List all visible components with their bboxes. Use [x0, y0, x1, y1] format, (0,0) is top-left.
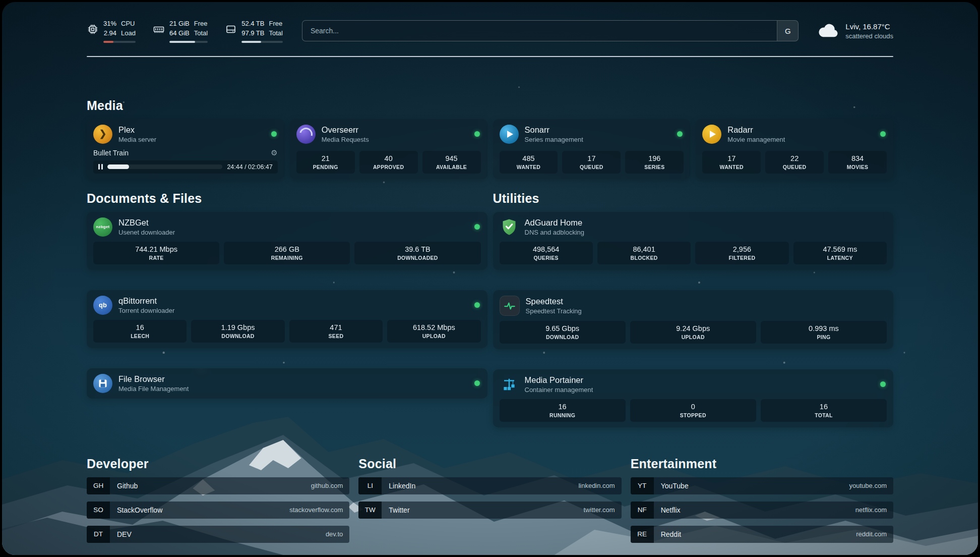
bookmark-url: stackoverflow.com	[289, 506, 343, 514]
bookmark-abbr: YT	[631, 477, 654, 494]
qbittorrent-icon: qb	[93, 296, 112, 315]
now-playing: Bullet Train ⚙ 24:44 / 02:06:47	[93, 149, 278, 174]
app-name: Plex	[118, 125, 265, 135]
bookmark-abbr: NF	[631, 502, 654, 519]
bookmark-twitter[interactable]: TW Twitter twitter.com	[358, 502, 621, 519]
stat-box: 744.21 Mbps RATE	[93, 242, 219, 264]
pause-icon[interactable]	[98, 164, 103, 170]
bookmark-abbr: SO	[87, 502, 110, 519]
app-name: AdGuard Home	[525, 218, 887, 228]
app-name: Speedtest	[526, 297, 887, 306]
bookmark-url: linkedin.com	[578, 482, 615, 489]
stat-box: 9.65 Gbps DOWNLOAD	[500, 321, 626, 344]
stat-box: 196 SERIES	[625, 151, 684, 174]
memory-usage-bar	[169, 41, 208, 43]
app-card-overseerr[interactable]: Overseerr Media Requests 21 PENDING 40 A…	[290, 119, 487, 179]
stat-box: 16 TOTAL	[761, 399, 887, 422]
system-metrics: 31% 2.94 CPU Load	[87, 19, 283, 43]
disk-free-value: 52.4 TB	[241, 19, 264, 29]
cpu-icon	[87, 23, 99, 35]
bookmark-group-title: Entertainment	[631, 457, 893, 471]
bookmark-name: Github	[117, 482, 138, 490]
bookmark-stackoverflow[interactable]: SO StackOverflow stackoverflow.com	[87, 502, 349, 519]
topbar: 31% 2.94 CPU Load	[87, 19, 893, 43]
section-files: Documents & Files nzbget NZBGet Usenet d…	[87, 191, 487, 399]
app-card-plex[interactable]: ❯ Plex Media server Bullet Train ⚙	[87, 119, 284, 179]
app-name: Media Portainer	[525, 375, 875, 385]
memory-total-value: 64 GiB	[169, 29, 190, 38]
stat-box: 834 MOVIES	[828, 151, 887, 174]
app-name: Radarr	[727, 125, 874, 135]
stat-box: 40 APPROVED	[359, 151, 418, 174]
app-card-qbittorrent[interactable]: qb qBittorrent Torrent downloader 16	[87, 290, 487, 348]
app-card-filebrowser[interactable]: File Browser Media File Management	[87, 368, 487, 399]
app-name: NZBGet	[118, 218, 468, 228]
app-description: Movie management	[727, 136, 874, 143]
search-input[interactable]	[302, 21, 777, 41]
status-dot	[474, 131, 480, 137]
cpu-load-label: Load	[121, 29, 136, 38]
app-card-portainer[interactable]: Media Portainer Container management 16 …	[493, 369, 894, 427]
cpu-metric: 31% 2.94 CPU Load	[87, 19, 136, 43]
stat-box: 1.19 Gbps DOWNLOAD	[191, 320, 284, 343]
adguard-icon	[500, 217, 519, 237]
bookmark-group-title: Developer	[87, 457, 349, 471]
search-bar: G	[302, 20, 799, 41]
bookmark-abbr: TW	[358, 502, 382, 519]
app-name: File Browser	[118, 374, 468, 384]
search-engine-button[interactable]: G	[777, 21, 798, 41]
stat-box: 0 STOPPED	[630, 399, 756, 422]
stat-box: 39.6 TB DOWNLOADED	[354, 242, 480, 264]
playback-time: 24:44 / 02:06:47	[227, 163, 272, 171]
playback-progress	[107, 164, 129, 169]
bookmark-github[interactable]: GH Github github.com	[87, 477, 349, 494]
status-dot	[474, 380, 480, 386]
bookmark-name: LinkedIn	[389, 482, 415, 490]
app-card-radarr[interactable]: Radarr Movie management 17 WANTED 22 QUE…	[696, 119, 893, 179]
memory-free-label: Free	[194, 19, 208, 29]
weather-location: Lviv, 16.87°C	[845, 22, 893, 31]
section-utilities: Utilities	[493, 191, 894, 427]
bookmark-abbr: RE	[631, 526, 654, 543]
bookmark-reddit[interactable]: RE Reddit reddit.com	[631, 526, 893, 543]
app-card-sonarr[interactable]: Sonarr Series management 485 WANTED 17 Q…	[493, 119, 691, 179]
app-card-nzbget[interactable]: nzbget NZBGet Usenet downloader 744.21 M…	[87, 212, 487, 270]
nzbget-icon: nzbget	[93, 217, 112, 237]
bookmark-youtube[interactable]: YT YouTube youtube.com	[631, 477, 893, 494]
playback-track[interactable]	[107, 164, 223, 169]
cloud-icon	[818, 23, 839, 38]
app-description: Media server	[118, 136, 265, 143]
bookmark-abbr: LI	[358, 477, 382, 494]
cpu-usage-value: 31%	[103, 19, 116, 29]
disk-total-value: 97.9 TB	[241, 29, 264, 38]
now-playing-title: Bullet Train	[93, 149, 129, 157]
cpu-label: CPU	[121, 19, 136, 29]
disk-total-label: Total	[269, 29, 282, 38]
app-description: Speedtest Tracking	[526, 307, 887, 315]
bookmark-dev[interactable]: DT DEV dev.to	[87, 526, 349, 543]
stat-box: 9.24 Gbps UPLOAD	[630, 321, 756, 344]
status-dot	[271, 131, 277, 137]
disk-metric: 52.4 TB 97.9 TB Free Total	[225, 19, 283, 43]
bookmark-abbr: DT	[87, 526, 110, 543]
bookmark-url: reddit.com	[856, 530, 887, 538]
stat-box: 17 WANTED	[702, 151, 761, 174]
playback-bar[interactable]: 24:44 / 02:06:47	[93, 160, 278, 174]
bookmark-group-developer: Developer GH Github github.com SO StackO…	[87, 457, 349, 543]
cpu-load-value: 2.94	[103, 29, 116, 38]
memory-metric: 21 GiB 64 GiB Free Total	[153, 19, 208, 43]
bookmark-group-entertainment: Entertainment YT YouTube youtube.com NF …	[631, 457, 893, 543]
disk-usage-bar	[241, 41, 283, 43]
bookmark-name: StackOverflow	[117, 506, 162, 514]
gear-icon[interactable]: ⚙	[271, 149, 277, 156]
app-description: Media Requests	[322, 136, 468, 143]
bookmark-name: DEV	[117, 530, 132, 538]
bookmark-netflix[interactable]: NF Netflix netflix.com	[631, 502, 893, 519]
bookmark-linkedin[interactable]: LI LinkedIn linkedin.com	[358, 477, 621, 494]
app-description: Media File Management	[118, 385, 468, 393]
stat-box: 16 LEECH	[93, 320, 187, 343]
app-card-adguard[interactable]: AdGuard Home DNS and adblocking 498,564 …	[493, 212, 894, 270]
stat-box: 16 RUNNING	[500, 399, 626, 422]
app-card-speedtest[interactable]: Speedtest Speedtest Tracking 9.65 Gbps D…	[493, 290, 894, 349]
bookmark-url: twitter.com	[584, 506, 615, 514]
